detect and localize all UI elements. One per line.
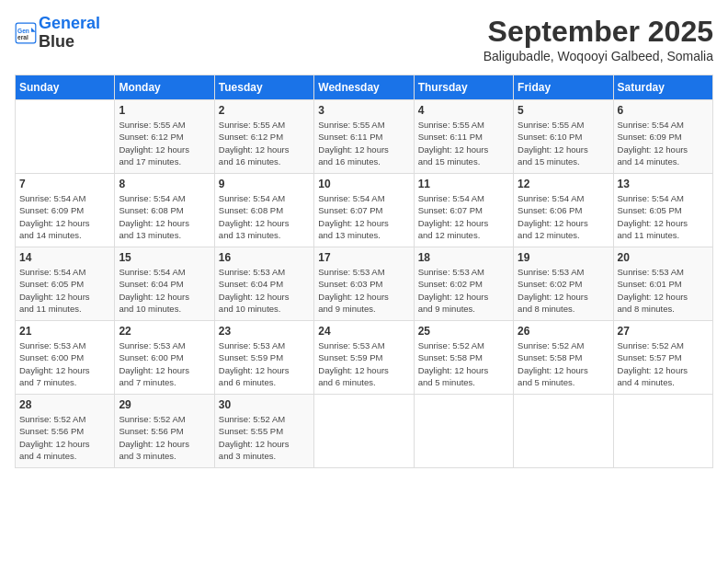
day-info: Sunrise: 5:55 AM Sunset: 6:11 PM Dayligh… — [418, 119, 509, 167]
day-info: Sunrise: 5:52 AM Sunset: 5:58 PM Dayligh… — [518, 339, 609, 388]
header-tuesday: Tuesday — [214, 75, 313, 100]
day-number: 19 — [518, 251, 609, 264]
day-number: 29 — [119, 398, 210, 411]
calendar-cell: 8Sunrise: 5:54 AM Sunset: 6:08 PM Daylig… — [115, 174, 214, 247]
day-info: Sunrise: 5:54 AM Sunset: 6:07 PM Dayligh… — [318, 192, 409, 241]
logo-text: General Blue — [39, 15, 100, 52]
day-number: 12 — [518, 178, 609, 190]
day-info: Sunrise: 5:53 AM Sunset: 6:03 PM Dayligh… — [318, 266, 409, 315]
calendar-cell: 10Sunrise: 5:54 AM Sunset: 6:07 PM Dayli… — [314, 174, 414, 247]
calendar-cell — [314, 395, 414, 468]
header-wednesday: Wednesday — [314, 75, 414, 100]
header-saturday: Saturday — [613, 75, 712, 100]
day-number: 28 — [19, 398, 110, 411]
day-info: Sunrise: 5:54 AM Sunset: 6:07 PM Dayligh… — [418, 192, 509, 241]
calendar-cell: 29Sunrise: 5:52 AM Sunset: 5:56 PM Dayli… — [115, 395, 214, 468]
day-info: Sunrise: 5:55 AM Sunset: 6:10 PM Dayligh… — [518, 119, 609, 167]
calendar-cell: 19Sunrise: 5:53 AM Sunset: 6:02 PM Dayli… — [514, 247, 613, 321]
day-info: Sunrise: 5:53 AM Sunset: 6:01 PM Dayligh… — [618, 266, 709, 315]
calendar-cell: 14Sunrise: 5:54 AM Sunset: 6:05 PM Dayli… — [16, 247, 115, 321]
day-number: 24 — [318, 325, 409, 338]
day-number: 23 — [219, 325, 310, 338]
svg-text:eral: eral — [17, 34, 28, 40]
calendar-cell: 26Sunrise: 5:52 AM Sunset: 5:58 PM Dayli… — [514, 321, 613, 395]
month-title: September 2025 — [483, 15, 713, 49]
header-monday: Monday — [115, 75, 214, 100]
day-number: 15 — [119, 251, 210, 264]
day-info: Sunrise: 5:55 AM Sunset: 6:12 PM Dayligh… — [219, 119, 310, 167]
day-number: 20 — [618, 251, 709, 264]
day-number: 26 — [518, 325, 609, 338]
day-info: Sunrise: 5:52 AM Sunset: 5:56 PM Dayligh… — [119, 413, 210, 462]
svg-text:Gen: Gen — [17, 28, 29, 34]
day-number: 3 — [318, 104, 409, 117]
day-number: 5 — [518, 104, 609, 117]
calendar-table: SundayMondayTuesdayWednesdayThursdayFrid… — [15, 75, 713, 468]
day-info: Sunrise: 5:53 AM Sunset: 6:02 PM Dayligh… — [518, 266, 609, 315]
calendar-cell: 13Sunrise: 5:54 AM Sunset: 6:05 PM Dayli… — [613, 174, 712, 247]
day-number: 9 — [219, 178, 310, 190]
day-info: Sunrise: 5:53 AM Sunset: 6:00 PM Dayligh… — [119, 339, 210, 388]
day-info: Sunrise: 5:52 AM Sunset: 5:58 PM Dayligh… — [418, 339, 509, 388]
calendar-header: SundayMondayTuesdayWednesdayThursdayFrid… — [16, 75, 713, 100]
day-info: Sunrise: 5:54 AM Sunset: 6:05 PM Dayligh… — [19, 266, 110, 315]
day-number: 14 — [19, 251, 110, 264]
day-number: 17 — [318, 251, 409, 264]
day-number: 4 — [418, 104, 509, 117]
week-row-4: 21Sunrise: 5:53 AM Sunset: 6:00 PM Dayli… — [16, 321, 713, 395]
calendar-cell: 4Sunrise: 5:55 AM Sunset: 6:11 PM Daylig… — [414, 100, 513, 174]
calendar-cell: 3Sunrise: 5:55 AM Sunset: 6:11 PM Daylig… — [314, 100, 414, 174]
logo: Gen eral General Blue — [15, 15, 100, 52]
day-info: Sunrise: 5:54 AM Sunset: 6:09 PM Dayligh… — [19, 192, 110, 241]
calendar-cell: 15Sunrise: 5:54 AM Sunset: 6:04 PM Dayli… — [115, 247, 214, 321]
calendar-cell: 17Sunrise: 5:53 AM Sunset: 6:03 PM Dayli… — [314, 247, 414, 321]
calendar-cell: 30Sunrise: 5:52 AM Sunset: 5:55 PM Dayli… — [214, 395, 313, 468]
calendar-cell: 12Sunrise: 5:54 AM Sunset: 6:06 PM Dayli… — [514, 174, 613, 247]
calendar-cell: 2Sunrise: 5:55 AM Sunset: 6:12 PM Daylig… — [214, 100, 313, 174]
day-number: 8 — [119, 178, 210, 190]
day-number: 6 — [618, 104, 709, 117]
day-number: 30 — [219, 398, 310, 411]
calendar-cell: 27Sunrise: 5:52 AM Sunset: 5:57 PM Dayli… — [613, 321, 712, 395]
day-number: 16 — [219, 251, 310, 264]
calendar-body: 1Sunrise: 5:55 AM Sunset: 6:12 PM Daylig… — [16, 100, 713, 468]
day-number: 18 — [418, 251, 509, 264]
day-info: Sunrise: 5:54 AM Sunset: 6:08 PM Dayligh… — [219, 192, 310, 241]
day-number: 10 — [318, 178, 409, 190]
logo-icon: Gen eral — [15, 22, 37, 44]
calendar-cell: 28Sunrise: 5:52 AM Sunset: 5:56 PM Dayli… — [16, 395, 115, 468]
calendar-cell — [16, 100, 115, 174]
day-info: Sunrise: 5:54 AM Sunset: 6:04 PM Dayligh… — [119, 266, 210, 315]
calendar-cell: 5Sunrise: 5:55 AM Sunset: 6:10 PM Daylig… — [514, 100, 613, 174]
day-info: Sunrise: 5:53 AM Sunset: 5:59 PM Dayligh… — [219, 339, 310, 388]
calendar-cell: 16Sunrise: 5:53 AM Sunset: 6:04 PM Dayli… — [214, 247, 313, 321]
day-info: Sunrise: 5:54 AM Sunset: 6:05 PM Dayligh… — [618, 192, 709, 241]
day-info: Sunrise: 5:52 AM Sunset: 5:56 PM Dayligh… — [19, 413, 110, 462]
day-number: 2 — [219, 104, 310, 117]
calendar-cell: 21Sunrise: 5:53 AM Sunset: 6:00 PM Dayli… — [16, 321, 115, 395]
calendar-cell: 18Sunrise: 5:53 AM Sunset: 6:02 PM Dayli… — [414, 247, 513, 321]
day-info: Sunrise: 5:53 AM Sunset: 6:04 PM Dayligh… — [219, 266, 310, 315]
calendar-cell: 6Sunrise: 5:54 AM Sunset: 6:09 PM Daylig… — [613, 100, 712, 174]
day-number: 25 — [418, 325, 509, 338]
page-header: Gen eral General Blue September 2025 Bal… — [15, 15, 713, 63]
header-friday: Friday — [514, 75, 613, 100]
subtitle: Baligubadle, Woqooyi Galbeed, Somalia — [483, 49, 713, 63]
header-thursday: Thursday — [414, 75, 513, 100]
day-info: Sunrise: 5:52 AM Sunset: 5:57 PM Dayligh… — [618, 339, 709, 388]
day-info: Sunrise: 5:54 AM Sunset: 6:08 PM Dayligh… — [119, 192, 210, 241]
calendar-cell: 25Sunrise: 5:52 AM Sunset: 5:58 PM Dayli… — [414, 321, 513, 395]
calendar-cell — [514, 395, 613, 468]
day-info: Sunrise: 5:55 AM Sunset: 6:12 PM Dayligh… — [119, 119, 210, 167]
calendar-cell: 20Sunrise: 5:53 AM Sunset: 6:01 PM Dayli… — [613, 247, 712, 321]
day-info: Sunrise: 5:53 AM Sunset: 6:02 PM Dayligh… — [418, 266, 509, 315]
calendar-cell: 11Sunrise: 5:54 AM Sunset: 6:07 PM Dayli… — [414, 174, 513, 247]
day-info: Sunrise: 5:54 AM Sunset: 6:06 PM Dayligh… — [518, 192, 609, 241]
title-block: September 2025 Baligubadle, Woqooyi Galb… — [483, 15, 713, 63]
day-number: 1 — [119, 104, 210, 117]
day-number: 27 — [618, 325, 709, 338]
day-info: Sunrise: 5:54 AM Sunset: 6:09 PM Dayligh… — [618, 119, 709, 167]
calendar-cell — [414, 395, 513, 468]
header-sunday: Sunday — [16, 75, 115, 100]
day-number: 22 — [119, 325, 210, 338]
